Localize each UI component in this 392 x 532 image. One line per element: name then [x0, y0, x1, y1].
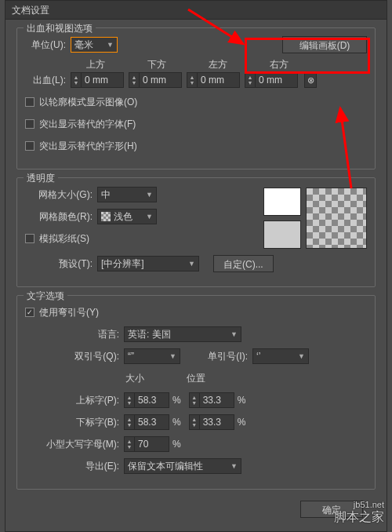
squote-select[interactable]: ‘’▼: [252, 348, 309, 364]
chevron-down-icon: ▼: [230, 327, 238, 341]
group-title: 文字选项: [24, 290, 67, 303]
sup-size-input[interactable]: ▲▼58.3: [124, 392, 169, 408]
sup-label: 上标字(P):: [25, 394, 119, 407]
sub-label: 下标字(B):: [25, 416, 119, 429]
unit-label: 单位(U):: [25, 38, 66, 52]
bleed-headers: 上方 下方 左方 右方: [86, 58, 367, 71]
grid-color-label: 网格颜色(R):: [25, 210, 93, 224]
dialog-footer: 确定: [16, 497, 376, 518]
bleed-label: 出血(L):: [25, 74, 66, 87]
language-label: 语言:: [25, 328, 119, 341]
preset-select[interactable]: [中分辨率]▼: [97, 256, 199, 271]
edit-artboard-button[interactable]: 编辑画板(D): [282, 36, 367, 53]
chevron-down-icon: ▼: [107, 38, 114, 52]
grid-size-select[interactable]: 中▼: [97, 187, 157, 202]
document-setup-dialog: 文档设置 出血和视图选项 单位(U): 毫米▼ 编辑画板(D) 上方 下方 左方…: [5, 0, 387, 532]
use-quotes-checkbox[interactable]: [25, 308, 34, 317]
dialog-content: 出血和视图选项 单位(U): 毫米▼ 编辑画板(D) 上方 下方 左方 右方 出…: [5, 20, 387, 524]
custom-button[interactable]: 自定(C)...: [213, 255, 274, 272]
bleed-top-input[interactable]: ▲▼0 mm: [71, 72, 124, 88]
chevron-down-icon: ▼: [146, 188, 153, 202]
bleed-bottom-input[interactable]: ▲▼0 mm: [129, 72, 182, 88]
swatch-gray[interactable]: [263, 220, 301, 249]
bleed-right-input[interactable]: ▲▼0 mm: [245, 72, 298, 88]
preset-label: 预设(T):: [25, 257, 93, 271]
swatch-checker: [306, 188, 367, 249]
squote-label: 单引号(I):: [188, 350, 248, 363]
dquote-label: 双引号(Q):: [25, 350, 119, 363]
outline-mode-checkbox[interactable]: [25, 97, 34, 107]
group-title: 出血和视图选项: [24, 22, 96, 35]
dquote-select[interactable]: “”▼: [124, 348, 180, 364]
watermark: jb51.net 脚本之家: [334, 500, 384, 526]
swatch-white[interactable]: [263, 188, 301, 216]
chevron-down-icon: ▼: [146, 210, 153, 224]
group-title: 透明度: [24, 172, 58, 185]
simulate-paper-checkbox[interactable]: [25, 234, 34, 243]
export-label: 导出(E):: [25, 460, 119, 473]
chevron-down-icon: ▼: [298, 349, 305, 363]
sub-pos-input[interactable]: ▲▼33.3: [189, 414, 234, 430]
language-select[interactable]: 英语: 美国▼: [124, 326, 241, 342]
chevron-down-icon: ▼: [188, 257, 195, 271]
link-icon[interactable]: ⊗: [304, 72, 317, 88]
type-options-group: 文字选项 使用弯引号(Y) 语言: 英语: 美国▼ 双引号(Q): “”▼ 单引…: [16, 295, 376, 490]
titlebar: 文档设置: [5, 1, 387, 20]
sup-pos-input[interactable]: ▲▼33.3: [189, 392, 234, 408]
chevron-down-icon: ▼: [169, 349, 176, 363]
bleed-view-group: 出血和视图选项 单位(U): 毫米▼ 编辑画板(D) 上方 下方 左方 右方 出…: [16, 27, 376, 169]
export-select[interactable]: 保留文本可编辑性▼: [124, 458, 241, 474]
dialog-title: 文档设置: [12, 5, 49, 16]
grid-size-label: 网格大小(G):: [25, 188, 93, 202]
bleed-left-input[interactable]: ▲▼0 mm: [187, 72, 240, 88]
smallcap-label: 小型大写字母(M):: [25, 438, 119, 451]
sub-size-input[interactable]: ▲▼58.3: [124, 414, 169, 430]
grid-color-select[interactable]: 浅色 ▼: [97, 209, 157, 224]
highlight-fonts-checkbox[interactable]: [25, 119, 34, 129]
unit-select[interactable]: 毫米▼: [71, 37, 118, 53]
transparency-group: 透明度 网格大小(G): 中▼ 网格颜色(R): 浅色 ▼ 模拟彩纸(S): [16, 177, 376, 287]
checker-swatch-icon: [101, 212, 111, 221]
highlight-glyphs-checkbox[interactable]: [25, 141, 34, 151]
smallcap-input[interactable]: ▲▼70: [124, 436, 169, 452]
chevron-down-icon: ▼: [230, 459, 238, 473]
